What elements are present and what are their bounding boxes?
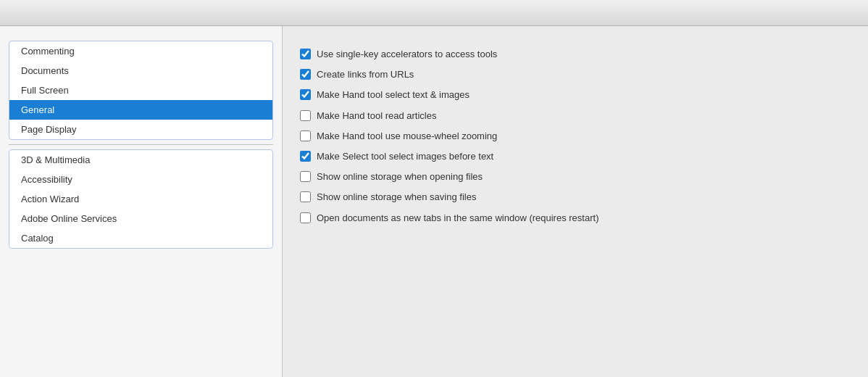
checkbox-create-links[interactable] <box>300 69 311 80</box>
sidebar-item-adobe-online-services[interactable]: Adobe Online Services <box>9 209 272 228</box>
sidebar-item-action-wizard[interactable]: Action Wizard <box>9 189 272 209</box>
main-content: CommentingDocumentsFull ScreenGeneralPag… <box>0 26 868 377</box>
checkbox-new-tabs[interactable] <box>300 212 311 223</box>
sidebar-item-accessibility[interactable]: Accessibility <box>9 170 272 189</box>
checkbox-label-create-links: Create links from URLs <box>317 68 414 81</box>
checkbox-row-select-images: Make Select tool select images before te… <box>300 150 851 163</box>
sidebar-item-full-screen[interactable]: Full Screen <box>9 80 272 100</box>
sidebar-item-3d-multimedia[interactable]: 3D & Multimedia <box>9 150 272 170</box>
sidebar-item-page-display[interactable]: Page Display <box>9 120 272 139</box>
sidebar-item-commenting[interactable]: Commenting <box>9 41 272 61</box>
sidebar-list-group2: 3D & MultimediaAccessibilityAction Wizar… <box>9 149 273 249</box>
content-panel: Use single-key accelerators to access to… <box>283 26 868 377</box>
checkbox-label-new-tabs: Open documents as new tabs in the same w… <box>317 212 598 225</box>
checkbox-label-hand-read: Make Hand tool read articles <box>317 109 436 123</box>
checkbox-label-select-images: Make Select tool select images before te… <box>317 150 493 163</box>
checkbox-row-hand-select-text: Make Hand tool select text & images <box>300 88 851 102</box>
checkbox-label-online-saving: Show online storage when saving files <box>317 191 476 204</box>
checkbox-row-create-links: Create links from URLs <box>300 68 851 81</box>
checkbox-row-online-saving: Show online storage when saving files <box>300 191 851 204</box>
checkbox-select-images[interactable] <box>300 151 311 162</box>
sidebar-item-documents[interactable]: Documents <box>9 61 272 80</box>
checkbox-row-single-key: Use single-key accelerators to access to… <box>300 48 851 61</box>
checkbox-hand-wheel[interactable] <box>300 130 311 141</box>
checkbox-row-hand-read: Make Hand tool read articles <box>300 109 851 123</box>
checkbox-single-key[interactable] <box>300 49 311 59</box>
checkbox-label-hand-wheel: Make Hand tool use mouse-wheel zooming <box>317 130 497 143</box>
checkbox-label-single-key: Use single-key accelerators to access to… <box>317 48 497 61</box>
checkbox-row-online-opening: Show online storage when opening files <box>300 170 851 183</box>
sidebar: CommentingDocumentsFull ScreenGeneralPag… <box>0 26 283 377</box>
checkbox-row-hand-wheel: Make Hand tool use mouse-wheel zooming <box>300 130 851 143</box>
checkbox-label-online-opening: Show online storage when opening files <box>317 170 483 183</box>
title-bar <box>0 0 868 26</box>
categories-label <box>0 35 282 41</box>
sidebar-item-catalog[interactable]: Catalog <box>9 228 272 248</box>
checkbox-online-saving[interactable] <box>300 191 311 202</box>
checkbox-online-opening[interactable] <box>300 171 311 182</box>
checkbox-hand-read[interactable] <box>300 110 311 121</box>
sidebar-list: CommentingDocumentsFull ScreenGeneralPag… <box>9 41 273 140</box>
checkbox-label-hand-select-text: Make Hand tool select text & images <box>317 88 470 102</box>
checkbox-row-new-tabs: Open documents as new tabs in the same w… <box>300 212 851 225</box>
checkbox-hand-select-text[interactable] <box>300 89 311 100</box>
sidebar-divider <box>9 144 273 145</box>
sidebar-item-general[interactable]: General <box>9 100 272 120</box>
